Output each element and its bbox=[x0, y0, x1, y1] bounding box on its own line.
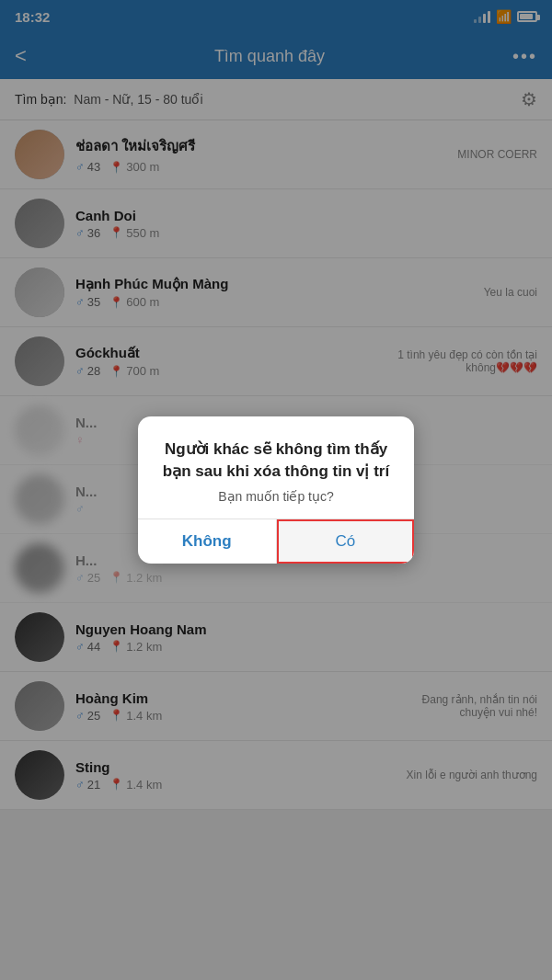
dialog-buttons: Không Có bbox=[138, 518, 414, 564]
dialog-title: Người khác sẽ không tìm thấy bạn sau khi… bbox=[156, 439, 396, 483]
dialog-confirm-button[interactable]: Có bbox=[277, 519, 415, 564]
dialog-cancel-button[interactable]: Không bbox=[138, 519, 277, 564]
dialog-subtitle: Bạn muốn tiếp tục? bbox=[156, 489, 396, 504]
dialog-content: Người khác sẽ không tìm thấy bạn sau khi… bbox=[138, 416, 414, 519]
dialog: Người khác sẽ không tìm thấy bạn sau khi… bbox=[138, 416, 414, 564]
dialog-overlay: Người khác sẽ không tìm thấy bạn sau khi… bbox=[0, 0, 552, 980]
